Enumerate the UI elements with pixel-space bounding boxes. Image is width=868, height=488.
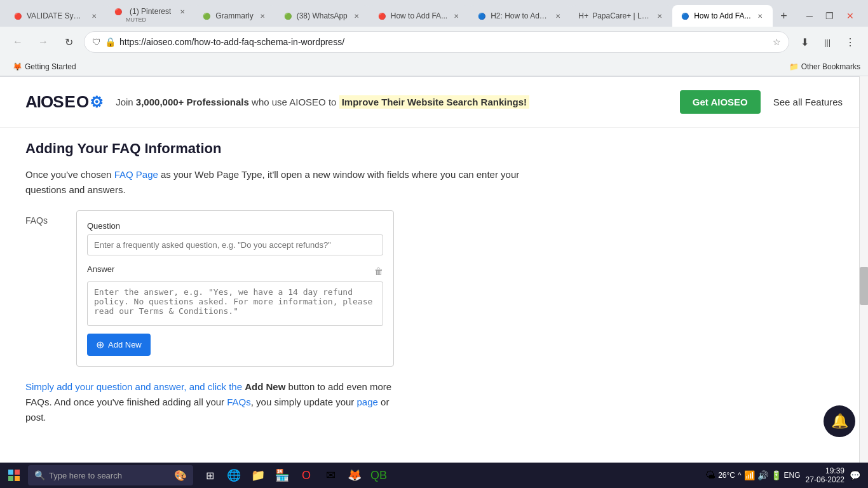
profile-button[interactable]: ||| (817, 32, 837, 52)
faq-page-link[interactable]: FAQ Page (114, 169, 158, 180)
tab-label-4: (38) WhatsApp (297, 11, 348, 20)
network-icon[interactable]: 📶 (744, 470, 755, 480)
opera-app[interactable]: O (295, 464, 318, 487)
promo-number: 3,000,000+ Professionals (136, 97, 249, 107)
quickbooks-app[interactable]: QB (367, 464, 390, 487)
promo-prefix: Join (116, 97, 136, 107)
bottom-link-1[interactable]: Simply add your question and answer, and… (25, 381, 245, 392)
address-bar[interactable]: 🛡 🔒 ☆ (84, 31, 789, 53)
time-display: 19:39 (806, 466, 844, 475)
tab-grammarly[interactable]: 🟢 Grammarly ✕ (194, 5, 275, 27)
tab-favicon-6: 🔵 (477, 11, 487, 21)
quickbooks-icon: QB (370, 469, 387, 482)
taskbar-search[interactable]: 🔍 Type here to search 🎨 (28, 465, 193, 485)
answer-header: Answer 🗑 (87, 264, 383, 278)
close-window-button[interactable]: ✕ (843, 10, 858, 22)
new-tab-button[interactable]: + (775, 7, 793, 25)
tab-how-to-add-1[interactable]: 🔴 How to Add FA... ✕ (369, 5, 469, 27)
bottom-text-4: , you simply update your (251, 396, 357, 407)
colorful-search-icon: 🎨 (174, 470, 187, 482)
mail-app[interactable]: ✉ (319, 464, 342, 487)
faqs-link[interactable]: FAQs (227, 396, 251, 407)
volume-icon[interactable]: 🔊 (757, 470, 768, 480)
logo-o: O (76, 92, 88, 112)
tab-label-2: (1) Pinterest (130, 7, 171, 16)
store-icon: 🏪 (275, 468, 289, 482)
tab-how-to-add-active[interactable]: 🔵 How to Add FA... ✕ (672, 5, 772, 27)
scrollbar-track[interactable] (859, 76, 868, 463)
task-view-icon: ⊞ (206, 470, 214, 482)
file-explorer-app[interactable]: 📁 (247, 464, 269, 487)
taskbar-icons: ⊞ 🌐 📁 🏪 O ✉ 🦊 QB (198, 464, 390, 487)
bookmark-label: Getting Started (25, 62, 76, 71)
tab-close-4[interactable]: ✕ (351, 11, 362, 21)
search-icon: 🔍 (34, 470, 45, 480)
show-hidden-icon[interactable]: ^ (738, 471, 742, 480)
folder-icon: 📁 (789, 62, 799, 71)
date-display: 27-06-2022 (806, 475, 844, 484)
back-button[interactable]: ← (8, 32, 28, 52)
tab-h2[interactable]: 🔵 H2: How to Add... ✕ (469, 5, 571, 27)
tab-close-2[interactable]: ✕ (177, 6, 187, 17)
tab-close-3[interactable]: ✕ (257, 11, 268, 21)
tab-whatsapp[interactable]: 🟢 (38) WhatsApp ✕ (275, 5, 369, 27)
gear-icon: ⚙ (90, 93, 103, 111)
faq-container: FAQs Question Answer 🗑 ⊕ Add New (25, 210, 546, 367)
tab-muted-label: MUTED (126, 17, 146, 23)
opera-icon: O (302, 469, 311, 482)
tab-papacare[interactable]: H+ PapaCare+ | Lea... ✕ (571, 5, 672, 27)
edge-app[interactable]: 🌐 (222, 464, 245, 487)
faq-section-label: FAQs (25, 210, 64, 367)
tab-close-8[interactable]: ✕ (755, 11, 765, 21)
add-new-label: Add New (108, 340, 142, 349)
weather-icon: 🌤 (705, 470, 715, 481)
add-new-button[interactable]: ⊕ Add New (87, 334, 151, 356)
downloads-button[interactable]: ⬇ (794, 32, 815, 52)
scrollbar-thumb[interactable] (860, 267, 868, 305)
get-aioseo-button[interactable]: Get AIOSEO (680, 90, 761, 114)
other-bookmarks[interactable]: 📁 Other Bookmarks (789, 62, 860, 71)
notification-icon[interactable]: 💬 (850, 470, 860, 480)
firefox-taskbar-app[interactable]: 🦊 (343, 464, 366, 487)
minimize-button[interactable]: ─ (803, 10, 817, 22)
extensions-button[interactable]: ⋮ (840, 32, 860, 52)
taskbar: 🔍 Type here to search 🎨 ⊞ 🌐 📁 🏪 O ✉ 🦊 QB (0, 463, 868, 488)
tab-close-5[interactable]: ✕ (451, 11, 461, 21)
answer-textarea[interactable] (87, 281, 383, 326)
nav-right-icons: ⬇ ||| ⋮ (794, 32, 860, 52)
security-icon: 🛡 (92, 37, 101, 47)
lock-icon: 🔒 (105, 37, 116, 47)
tab-favicon-1: 🔴 (13, 11, 23, 21)
search-placeholder-text: Type here to search (49, 471, 122, 480)
store-app[interactable]: 🏪 (271, 464, 294, 487)
tab-close-1[interactable]: ✕ (89, 11, 99, 21)
question-input[interactable] (87, 234, 383, 255)
tab-close-7[interactable]: ✕ (654, 11, 665, 21)
bookmark-getting-started[interactable]: 🦊 Getting Started (8, 61, 81, 72)
task-view-button[interactable]: ⊞ (198, 464, 221, 487)
bottom-text-6: post. (25, 412, 46, 423)
forward-button[interactable]: → (33, 32, 53, 52)
tab-close-6[interactable]: ✕ (553, 11, 563, 21)
tab-pinterest[interactable]: 🔴 (1) Pinterest ✕ MUTED (107, 5, 194, 27)
taskbar-clock[interactable]: 19:39 27-06-2022 (806, 466, 844, 484)
tab-label-3: Grammarly (215, 11, 253, 20)
firefox-taskbar-icon: 🦊 (348, 468, 362, 482)
bottom-paragraph: Simply add your question and answer, and… (25, 379, 546, 425)
delete-icon[interactable]: 🗑 (374, 266, 383, 276)
restore-button[interactable]: ❐ (822, 10, 837, 22)
battery-icon[interactable]: 🔋 (771, 470, 782, 480)
plus-icon: ⊕ (96, 339, 104, 351)
see-all-features-link[interactable]: See all Features (773, 97, 843, 107)
reload-button[interactable]: ↻ (58, 32, 79, 52)
url-input[interactable] (119, 37, 769, 47)
language-label: ENG (784, 471, 801, 480)
aioseo-logo: AIOSEO⚙ (25, 92, 103, 112)
windows-logo (8, 470, 20, 481)
notification-bell[interactable]: 🔔 (824, 405, 855, 437)
bookmark-star-icon[interactable]: ☆ (773, 37, 781, 47)
start-button[interactable] (3, 464, 25, 487)
add-new-strong: Add New (245, 381, 285, 392)
page-link[interactable]: page (357, 396, 378, 407)
tab-validate[interactable]: 🔴 VALIDATE Synon... ✕ (5, 5, 107, 27)
